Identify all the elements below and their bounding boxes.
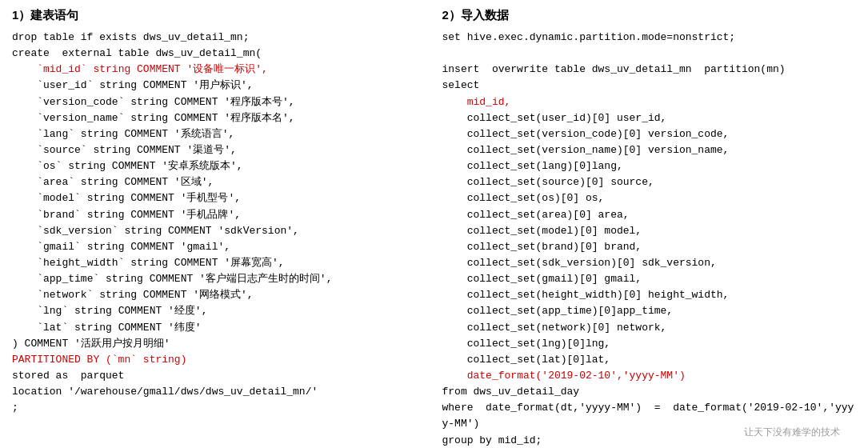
code-line: location '/warehouse/gmall/dws/dws_uv_de… — [12, 386, 318, 398]
code-line: `user_id` string COMMENT '用户标识', — [12, 79, 254, 91]
code-line: `model` string COMMENT '手机型号', — [12, 192, 241, 204]
code-line: collect_set(user_id)[0] user_id, — [442, 112, 667, 124]
code-line: collect_set(os)[0] os, — [442, 192, 605, 204]
left-panel: 1）建表语句 drop table if exists dws_uv_detai… — [12, 8, 426, 448]
code-line: ; — [12, 402, 18, 414]
code-line: `source` string COMMENT '渠道号', — [12, 144, 237, 156]
right-title: 2）导入数据 — [442, 8, 857, 23]
code-line: `lng` string COMMENT '经度', — [12, 305, 207, 317]
code-line: insert overwrite table dws_uv_detail_mn … — [442, 63, 786, 75]
code-line: PARTITIONED BY (`mn` string) — [12, 354, 186, 366]
code-line: `sdk_version` string COMMENT 'sdkVersion… — [12, 225, 299, 237]
code-line: collect_set(brand)[0] brand, — [442, 241, 642, 253]
code-line: collect_set(height_width)[0] height_widt… — [442, 289, 730, 301]
code-line: from dws_uv_detail_day — [442, 386, 580, 398]
code-line: collect_set(version_code)[0] version_cod… — [442, 128, 730, 140]
code-line: `version_name` string COMMENT '程序版本名', — [12, 112, 295, 124]
code-line: collect_set(version_name)[0] version_nam… — [442, 144, 730, 156]
code-line: collect_set(lang)[0]lang, — [442, 160, 623, 172]
code-line: collect_set(network)[0] network, — [442, 322, 667, 334]
code-line: collect_set(area)[0] area, — [442, 209, 630, 221]
code-line: `network` string COMMENT '网络模式', — [12, 289, 254, 301]
code-line: drop table if exists dws_uv_detail_mn; — [12, 31, 249, 43]
code-line: `version_code` string COMMENT '程序版本号', — [12, 96, 295, 108]
left-code-block: drop table if exists dws_uv_detail_mn; c… — [12, 30, 426, 416]
code-line: `lang` string COMMENT '系统语言', — [12, 128, 234, 140]
code-line: `area` string COMMENT '区域', — [12, 176, 214, 188]
right-panel: 2）导入数据 set hive.exec.dynamic.partition.m… — [442, 8, 857, 448]
code-line: `mid_id` string COMMENT '设备唯一标识', — [12, 63, 268, 75]
code-line: collect_set(gmail)[0] gmail, — [442, 273, 642, 285]
code-line: group by mid_id; — [442, 434, 542, 446]
code-line: stored as parquet — [12, 370, 124, 382]
code-line: set hive.exec.dynamic.partition.mode=non… — [442, 31, 736, 43]
code-line: collect_set(sdk_version)[0] sdk_version, — [442, 257, 717, 269]
code-line: `gmail` string COMMENT 'gmail', — [12, 241, 230, 253]
code-line: date_format('2019-02-10','yyyy-MM') — [442, 370, 686, 382]
code-line: `brand` string COMMENT '手机品牌', — [12, 209, 241, 221]
code-line: collect_set(lat)[0]lat, — [442, 354, 611, 366]
code-line: `lat` string COMMENT '纬度' — [12, 322, 202, 334]
code-line: mid_id, — [442, 96, 511, 108]
page-root: 1）建表语句 drop table if exists dws_uv_detai… — [12, 8, 856, 448]
code-line: collect_set(app_time)[0]app_time, — [442, 305, 674, 317]
code-line: `os` string COMMENT '安卓系统版本', — [12, 160, 243, 172]
right-code-block: set hive.exec.dynamic.partition.mode=non… — [442, 30, 857, 448]
code-line: collect_set(model)[0] model, — [442, 225, 642, 237]
code-line: `height_width` string COMMENT '屏幕宽高', — [12, 257, 285, 269]
code-line: create external table dws_uv_detail_mn( — [12, 47, 262, 59]
code-line: collect_set(lng)[0]lng, — [442, 338, 611, 350]
code-line: ) COMMENT '活跃用户按月明细' — [12, 338, 170, 350]
code-line: `app_time` string COMMENT '客户端日志产生时的时间', — [12, 273, 332, 285]
watermark: 让天下没有难学的技术 — [744, 426, 840, 439]
left-title: 1）建表语句 — [12, 8, 426, 23]
two-column-layout: 1）建表语句 drop table if exists dws_uv_detai… — [12, 8, 856, 448]
code-line: select — [442, 79, 480, 91]
code-line: collect_set(source)[0] source, — [442, 176, 654, 188]
